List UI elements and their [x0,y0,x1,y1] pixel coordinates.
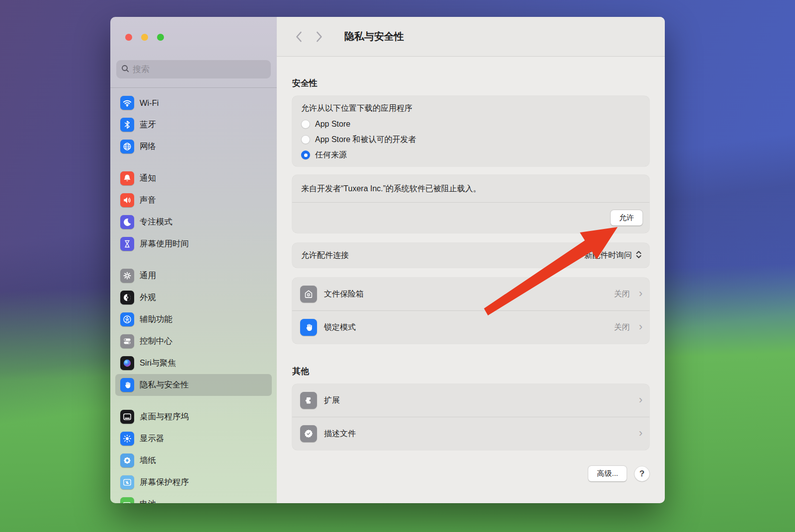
sidebar-group: 通知声音专注模式屏幕使用时间 [115,167,272,255]
speaker-icon [120,193,134,207]
sidebar-group: Wi-Fi蓝牙网络 [115,92,272,157]
traffic-lights [110,17,277,41]
sidebar-item-screen-saver[interactable]: 屏幕保护程序 [115,471,272,493]
sidebar-item-label: 网络 [140,141,156,152]
sidebar-item-label: 电池 [140,499,156,503]
system-settings-window: Wi-Fi蓝牙网络通知声音专注模式屏幕使用时间通用外观辅助功能控制中心Siri与… [110,17,665,503]
search-icon [121,65,129,75]
settings-row-profiles[interactable]: 描述文件› [292,417,649,450]
puzzle-icon [300,392,317,409]
sidebar-item-label: Wi-Fi [140,98,159,108]
chevron-right-icon: › [639,394,642,405]
sidebar-item-siri[interactable]: Siri与聚焦 [115,352,272,374]
download-sources-label: 允许从以下位置下载的应用程序 [301,103,640,114]
screensaver-icon [120,475,134,489]
sidebar-item-control-center[interactable]: 控制中心 [115,330,272,352]
blocked-software-card: 来自开发者“Tuxera Inc.”的系统软件已被阻止载入。 允许 [292,175,649,233]
accessories-popup[interactable]: 新配件时询问 [584,250,642,261]
sidebar-item-label: 通知 [140,173,156,184]
sidebar-item-appearance[interactable]: 外观 [115,287,272,308]
forward-button[interactable] [313,28,326,46]
allow-row: 允许 [292,203,649,233]
close-button[interactable] [125,34,132,41]
settings-row-label: 扩展 [324,395,632,406]
accessories-row: 允许配件连接 新配件时询问 [292,243,649,268]
sidebar-item-sound[interactable]: 声音 [115,189,272,211]
sidebar-item-notifications[interactable]: 通知 [115,167,272,189]
chevron-right-icon: › [639,428,642,439]
settings-row-lockdown[interactable]: 锁定模式关闭› [292,311,649,344]
chevron-up-down-icon [635,250,642,261]
sidebar-item-focus[interactable]: 专注模式 [115,211,272,233]
settings-row-label: 文件保险箱 [324,289,607,300]
download-sources-card: 允许从以下位置下载的应用程序 App StoreApp Store 和被认可的开… [292,96,649,166]
sidebar-item-battery[interactable]: 电池 [115,493,272,503]
siri-icon [120,356,134,370]
radio-option-label: 任何来源 [315,150,347,160]
sidebar-item-label: 蓝牙 [140,119,156,130]
other-rows: 扩展›描述文件› [292,384,649,450]
minimize-button[interactable] [141,34,148,41]
radio-list: App StoreApp Store 和被认可的开发者任何来源 [301,119,640,160]
sidebar-item-screen-time[interactable]: 屏幕使用时间 [115,233,272,255]
search-input[interactable] [133,65,266,75]
sidebar-item-label: 屏幕保护程序 [140,477,189,488]
sidebar-item-label: 声音 [140,195,156,206]
sidebar-item-privacy[interactable]: 隐私与安全性 [115,374,272,396]
sidebar-item-label: 通用 [140,270,156,281]
radio-selected-icon[interactable] [301,151,310,159]
radio-option-app-store-identified[interactable]: App Store 和被认可的开发者 [301,135,640,145]
chevron-right-icon: › [639,288,642,299]
settings-row-label: 描述文件 [324,429,632,439]
security-rows-card: 文件保险箱关闭›锁定模式关闭› [292,278,649,344]
accessibility-icon [120,312,134,326]
maximize-button[interactable] [157,34,164,41]
control-center-icon [120,334,134,348]
sidebar-item-displays[interactable]: 显示器 [115,428,272,450]
sidebar-item-desktop-dock[interactable]: 桌面与程序坞 [115,406,272,428]
security-heading: 安全性 [292,77,649,89]
advanced-button[interactable]: 高级... [588,466,627,481]
sun-icon [120,432,134,446]
sidebar-group: 桌面与程序坞显示器墙纸屏幕保护程序电池 [115,406,272,503]
help-button[interactable]: ? [635,466,649,481]
search-field[interactable] [116,60,271,78]
radio-option-app-store[interactable]: App Store [301,119,640,129]
sidebar-item-bluetooth[interactable]: 蓝牙 [115,114,272,136]
bluetooth-icon [120,118,134,132]
sidebar-item-accessibility[interactable]: 辅助功能 [115,308,272,330]
sidebar-item-general[interactable]: 通用 [115,265,272,287]
settings-row-label: 锁定模式 [324,322,607,333]
sidebar-item-label: 隐私与安全性 [140,380,189,390]
sidebar-item-label: 外观 [140,292,156,303]
sidebar-item-label: 墙纸 [140,455,156,466]
seal-icon [300,425,317,442]
radio-option-anywhere[interactable]: 任何来源 [301,150,640,160]
settings-row-filevault[interactable]: 文件保险箱关闭› [292,278,649,310]
status-text: 关闭 [614,322,630,333]
globe-icon [120,140,134,153]
hand-icon [300,319,317,336]
main-pane: 隐私与安全性 安全性 允许从以下位置下载的应用程序 App StoreApp S… [277,17,665,503]
settings-row-extensions[interactable]: 扩展› [292,384,649,417]
radio-option-label: App Store [315,120,350,129]
battery-icon [120,497,134,503]
sidebar-item-wallpaper[interactable]: 墙纸 [115,450,272,471]
allow-button[interactable]: 允许 [611,210,642,226]
sidebar-item-label: 显示器 [140,433,164,444]
sidebar-item-wifi[interactable]: Wi-Fi [115,92,272,114]
sidebar-item-network[interactable]: 网络 [115,136,272,157]
security-rows: 文件保险箱关闭›锁定模式关闭› [292,278,649,344]
sidebar-item-label: 辅助功能 [140,314,172,325]
sidebar-item-label: Siri与聚焦 [140,358,176,369]
sidebar-item-label: 控制中心 [140,336,172,347]
back-button[interactable] [292,28,306,46]
sidebar-item-label: 桌面与程序坞 [140,411,189,422]
radio-unselected-icon[interactable] [301,135,310,144]
page-title: 隐私与安全性 [344,30,404,43]
radio-unselected-icon[interactable] [301,120,310,129]
moon-icon [120,215,134,229]
flower-icon [120,454,134,467]
sidebar-item-label: 屏幕使用时间 [140,238,189,249]
main-header: 隐私与安全性 [277,17,665,57]
